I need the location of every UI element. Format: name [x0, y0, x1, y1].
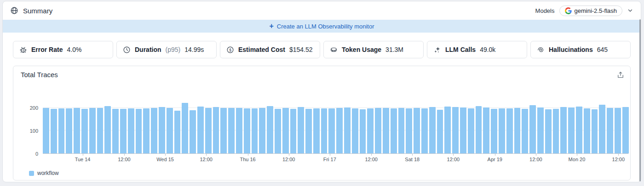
- create-monitor-banner[interactable]: + Create an LLM Observability monitor: [3, 20, 641, 33]
- bar[interactable]: [190, 110, 196, 153]
- bar[interactable]: [182, 103, 188, 153]
- bar[interactable]: [553, 109, 559, 153]
- y-axis: 0100200: [13, 101, 43, 154]
- bar[interactable]: [615, 108, 621, 153]
- bar[interactable]: [112, 109, 119, 153]
- bar[interactable]: [460, 107, 466, 153]
- bar[interactable]: [584, 108, 590, 153]
- bar[interactable]: [483, 107, 489, 153]
- bar[interactable]: [499, 108, 505, 153]
- bar[interactable]: [298, 107, 304, 153]
- bar[interactable]: [197, 107, 204, 153]
- stat-card-llm-calls[interactable]: LLM Calls 49.0k: [427, 41, 527, 58]
- bar[interactable]: [81, 109, 88, 153]
- bar[interactable]: [143, 108, 150, 153]
- bar[interactable]: [220, 108, 227, 153]
- bar[interactable]: [252, 108, 258, 153]
- x-axis: Tue 1412:00Wed 1512:00Thu 1612:00Fri 171…: [43, 156, 628, 164]
- bar[interactable]: [275, 109, 281, 153]
- bar[interactable]: [344, 107, 351, 153]
- bar[interactable]: [328, 108, 335, 153]
- bar[interactable]: [491, 109, 497, 153]
- bar[interactable]: [305, 109, 312, 153]
- create-monitor-link[interactable]: Create an LLM Observability monitor: [277, 23, 374, 30]
- summary-panel: Summary Models gemini-2.5-flash + Create…: [2, 1, 641, 182]
- bar[interactable]: [58, 108, 65, 153]
- bar[interactable]: [452, 107, 459, 153]
- bar[interactable]: [321, 108, 328, 153]
- x-tick-label: Tue 14: [75, 157, 91, 162]
- bar[interactable]: [607, 108, 613, 153]
- bar[interactable]: [43, 108, 49, 153]
- bar[interactable]: [259, 108, 265, 153]
- chevron-down-icon[interactable]: [627, 7, 633, 14]
- stat-card-estimated-cost[interactable]: $ Estimated Cost $154.52: [220, 41, 320, 58]
- bar[interactable]: [506, 108, 513, 153]
- stat-card-error-rate[interactable]: Error Rate 4.0%: [13, 41, 113, 58]
- bar[interactable]: [313, 108, 320, 153]
- stat-card-hallucinations[interactable]: Hallucinations 645: [530, 41, 631, 58]
- bar[interactable]: [560, 107, 567, 153]
- bar[interactable]: [136, 109, 142, 153]
- bar[interactable]: [97, 108, 104, 153]
- bar[interactable]: [383, 108, 389, 153]
- bar[interactable]: [522, 109, 528, 153]
- bar[interactable]: [476, 106, 482, 153]
- bar[interactable]: [244, 108, 250, 153]
- bar[interactable]: [514, 108, 521, 153]
- bar[interactable]: [228, 108, 235, 153]
- bar[interactable]: [104, 106, 111, 153]
- bar[interactable]: [352, 108, 358, 153]
- export-icon[interactable]: [616, 71, 625, 79]
- bar[interactable]: [545, 109, 552, 153]
- bar[interactable]: [568, 107, 575, 153]
- bar[interactable]: [336, 108, 343, 153]
- bar[interactable]: [622, 107, 629, 153]
- bar[interactable]: [66, 108, 72, 153]
- bar[interactable]: [267, 106, 273, 153]
- x-tick-label: Thu 16: [240, 157, 255, 162]
- bug-icon: [19, 46, 27, 54]
- model-filter-pill[interactable]: gemini-2.5-flash: [559, 6, 623, 16]
- bar[interactable]: [414, 108, 420, 153]
- bar[interactable]: [74, 108, 80, 153]
- vertical-scrollbar[interactable]: [639, 19, 641, 181]
- stat-card-duration[interactable]: Duration (p95) 14.99s: [116, 41, 217, 58]
- bar[interactable]: [444, 107, 451, 153]
- bar[interactable]: [391, 108, 397, 153]
- bar[interactable]: [576, 107, 582, 153]
- bar[interactable]: [375, 108, 381, 153]
- bar[interactable]: [437, 110, 443, 153]
- stats-row: Error Rate 4.0% Duration (p95) 14.99s $ …: [13, 41, 631, 58]
- bar[interactable]: [592, 109, 598, 153]
- stat-label: Estimated Cost: [238, 46, 285, 53]
- bar[interactable]: [151, 108, 157, 153]
- bar[interactable]: [290, 109, 297, 153]
- legend-label-workflow[interactable]: workflow: [37, 170, 59, 176]
- svg-text:$: $: [229, 47, 231, 52]
- bar[interactable]: [89, 108, 96, 153]
- bar[interactable]: [282, 108, 289, 153]
- bar[interactable]: [174, 111, 181, 153]
- bar[interactable]: [159, 107, 165, 153]
- bar[interactable]: [51, 109, 57, 153]
- bar[interactable]: [367, 108, 374, 153]
- bar[interactable]: [213, 107, 219, 153]
- stat-label: LLM Calls: [445, 46, 476, 53]
- bar[interactable]: [537, 107, 544, 153]
- bar[interactable]: [429, 107, 436, 153]
- bar[interactable]: [236, 108, 242, 153]
- header: Summary Models gemini-2.5-flash: [3, 1, 641, 20]
- bar[interactable]: [205, 108, 212, 153]
- bar[interactable]: [421, 108, 428, 153]
- bar[interactable]: [167, 108, 173, 153]
- bar[interactable]: [360, 109, 366, 153]
- bar[interactable]: [128, 108, 134, 153]
- bar[interactable]: [468, 108, 474, 153]
- bar[interactable]: [599, 105, 605, 153]
- stat-card-token-usage[interactable]: Token Usage 31.3M: [323, 41, 424, 58]
- bar[interactable]: [529, 105, 536, 153]
- bar[interactable]: [406, 108, 412, 153]
- bar[interactable]: [398, 108, 405, 153]
- bar[interactable]: [120, 109, 126, 153]
